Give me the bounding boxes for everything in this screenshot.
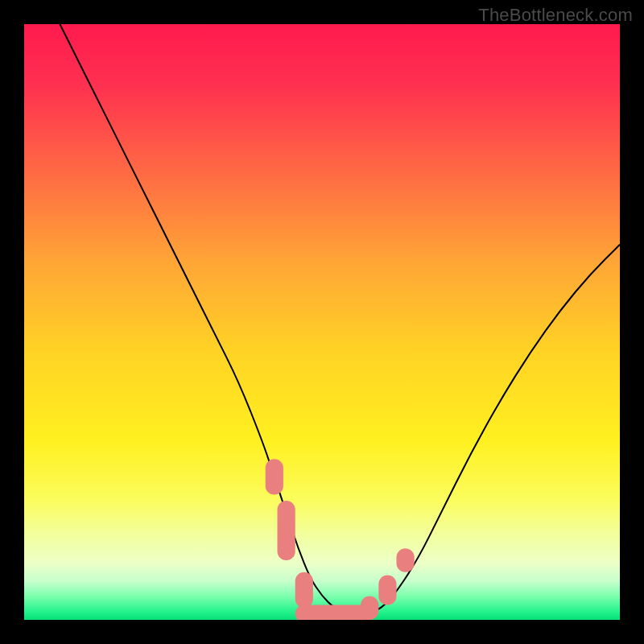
plot-area (24, 24, 620, 620)
chart-frame: TheBottleneck.com (0, 0, 644, 644)
watermark-text: TheBottleneck.com (478, 5, 633, 26)
svg-rect-0 (24, 24, 620, 620)
gradient-background (24, 24, 620, 620)
